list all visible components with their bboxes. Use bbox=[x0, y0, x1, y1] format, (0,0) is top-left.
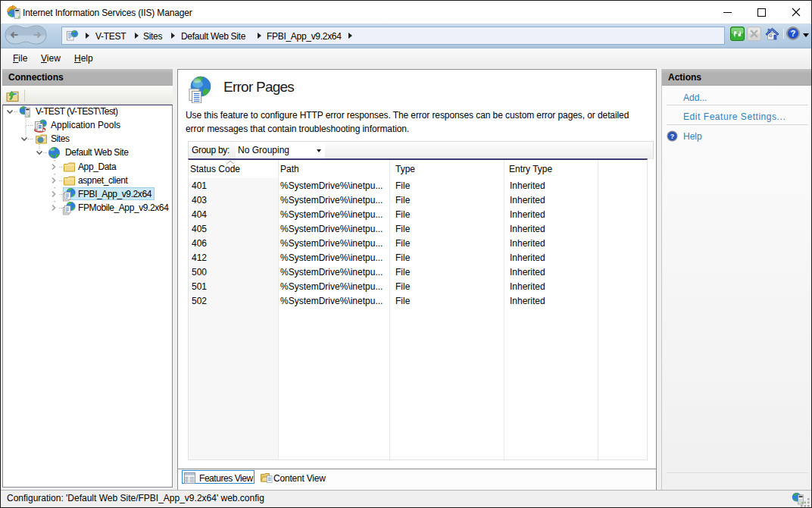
svg-text:?: ? bbox=[670, 133, 675, 140]
svg-text:?: ? bbox=[791, 29, 795, 38]
